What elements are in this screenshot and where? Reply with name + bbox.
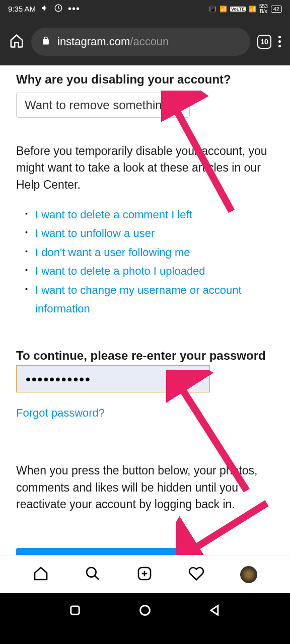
svg-point-5	[87, 568, 96, 577]
android-nav-bar	[0, 593, 290, 629]
browser-home-button[interactable]	[9, 33, 24, 50]
page-content: Why are you disabling your account? Want…	[0, 65, 290, 555]
help-link[interactable]: I want to change my username or account …	[25, 281, 274, 318]
signal-icon: 📶	[220, 6, 227, 13]
network-speed: 553 B/s	[259, 4, 268, 14]
browser-toolbar: instagram.com/accoun 10	[0, 18, 290, 65]
lock-icon	[41, 35, 50, 48]
chevron-down-icon: ⌄	[174, 100, 181, 111]
reason-select[interactable]: Want to remove something ⌄	[16, 93, 190, 118]
back-button[interactable]	[208, 603, 222, 619]
battery-indicator: 42	[271, 6, 282, 13]
instagram-bottom-nav	[0, 555, 290, 593]
status-time: 9:35 AM	[8, 5, 36, 13]
help-link[interactable]: I want to delete a photo I uploaded	[25, 262, 274, 280]
svg-rect-10	[71, 606, 79, 614]
tab-count-button[interactable]: 10	[257, 35, 271, 49]
svg-point-11	[140, 605, 150, 615]
reason-selected-label: Want to remove something	[25, 98, 169, 112]
nav-search-icon[interactable]	[85, 566, 101, 584]
password-heading: To continue, please re-enter your passwo…	[16, 348, 274, 363]
help-intro-text: Before you temporarily disable your acco…	[16, 143, 274, 193]
url-bar[interactable]: instagram.com/accoun	[31, 28, 250, 56]
url-text: instagram.com/accoun	[57, 35, 169, 48]
signal-icon-2: 📶	[249, 6, 256, 13]
vibrate-icon: 📳	[209, 6, 216, 13]
volume-icon	[41, 4, 49, 14]
nav-add-post-icon[interactable]	[136, 566, 153, 584]
nav-activity-icon[interactable]	[188, 566, 204, 584]
temporarily-disable-button[interactable]: Temporarily Disable Account	[16, 548, 186, 555]
android-status-bar: 9:35 AM ••• 📳 📶 VoLTE 📶 553 B/s 42	[0, 0, 290, 18]
volte-badge: VoLTE	[230, 7, 246, 12]
whatsapp-icon	[54, 4, 63, 14]
svg-line-6	[95, 576, 99, 580]
forgot-password-link[interactable]: Forgot password?	[16, 407, 274, 420]
help-link[interactable]: I want to delete a comment I left	[25, 205, 274, 224]
nav-home-icon[interactable]	[33, 566, 49, 584]
nav-profile-avatar[interactable]	[240, 566, 257, 583]
browser-menu-button[interactable]	[278, 36, 281, 47]
home-button[interactable]	[138, 603, 152, 619]
help-link[interactable]: I want to unfollow a user	[25, 224, 274, 243]
disable-reason-heading: Why are you disabling your account?	[16, 72, 274, 87]
section-divider	[16, 434, 274, 434]
password-input[interactable]: •••••••••••	[16, 365, 210, 392]
confirm-text: When you press the button below, your ph…	[16, 462, 274, 513]
more-notifications-icon: •••	[68, 3, 80, 15]
help-links-list: I want to delete a comment I left I want…	[16, 205, 274, 318]
recent-apps-button[interactable]	[68, 603, 82, 619]
help-link[interactable]: I don't want a user following me	[25, 243, 274, 262]
